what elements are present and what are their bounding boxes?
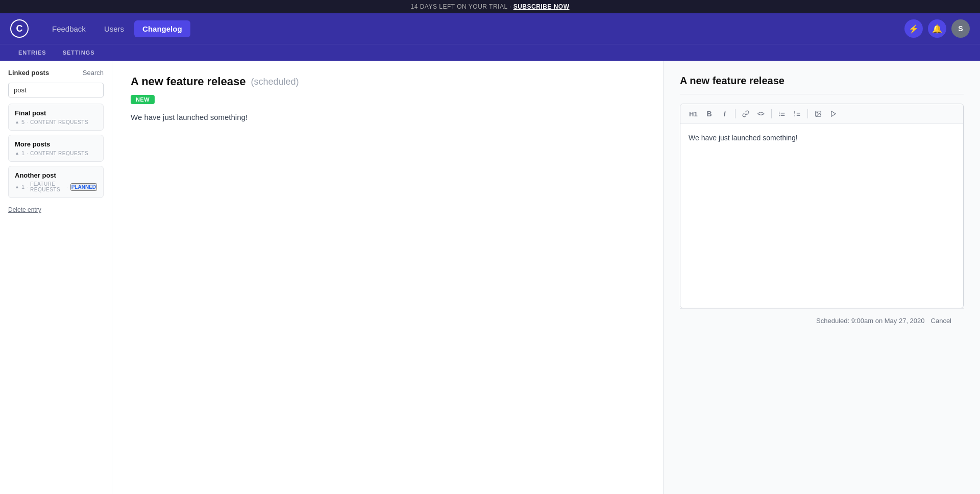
toolbar-h1-button[interactable]: H1 <box>687 109 700 119</box>
bell-icon: 🔔 <box>932 24 942 34</box>
nav-feedback[interactable]: Feedback <box>44 20 94 37</box>
cancel-button[interactable]: Cancel <box>931 317 951 325</box>
entry-title-row: A new feature release (scheduled) <box>131 75 645 88</box>
list-item[interactable]: Final post ▲ 5 · CONTENT REQUESTS <box>8 104 104 131</box>
upvote-icon: ▲ <box>15 119 19 125</box>
upvote-icon: ▲ <box>15 151 19 156</box>
list-item[interactable]: More posts ▲ 1 · CONTENT REQUESTS <box>8 135 104 162</box>
scheduled-info: Scheduled: 9:00am on May 27, 2020 <box>816 317 924 325</box>
trial-banner: 14 DAYS LEFT ON YOUR TRIAL · SUBSCRIBE N… <box>0 0 980 13</box>
scheduled-label: (scheduled) <box>251 77 299 87</box>
nav-links: Feedback Users Changelog <box>44 20 904 37</box>
toolbar-link-button[interactable] <box>740 109 752 119</box>
entry-title-text: A new feature release <box>131 75 246 88</box>
user-avatar[interactable]: S <box>951 19 970 38</box>
sidebar-search-button[interactable]: Search <box>83 69 104 77</box>
svg-point-4 <box>779 113 780 114</box>
toolbar-code-button[interactable]: <> <box>755 109 767 119</box>
post-name: Another post <box>15 171 97 179</box>
list-item[interactable]: Another post ▲ 1 · FEATURE REQUESTS · PL… <box>8 166 104 198</box>
editor-title: A new feature release <box>680 75 964 94</box>
editor-footer: Scheduled: 9:00am on May 27, 2020 Cancel <box>680 308 964 333</box>
nav-users[interactable]: Users <box>96 20 132 37</box>
toolbar-separator <box>735 109 736 118</box>
delete-entry-button[interactable]: Delete entry <box>8 206 41 213</box>
svg-point-5 <box>779 115 780 116</box>
svg-point-13 <box>817 112 818 113</box>
toolbar-video-button[interactable] <box>827 109 840 119</box>
sub-nav-settings[interactable]: SETTINGS <box>55 44 103 61</box>
post-category: FEATURE REQUESTS <box>30 181 64 192</box>
post-meta: ▲ 1 · CONTENT REQUESTS <box>15 150 97 156</box>
toolbar-bullet-list-button[interactable] <box>776 109 788 119</box>
sidebar: Linked posts Search Final post ▲ 5 · CON… <box>0 61 112 494</box>
toolbar-image-button[interactable] <box>812 109 824 119</box>
lightning-icon: ⚡ <box>909 24 919 34</box>
svg-text:3: 3 <box>794 114 795 117</box>
editor-panel: A new feature release H1 B i <> 123 <box>664 61 980 494</box>
sidebar-title: Linked posts <box>8 69 49 77</box>
lightning-icon-button[interactable]: ⚡ <box>904 19 923 38</box>
vote-count: 1 <box>21 150 24 156</box>
status-planned-button[interactable]: PLANNED <box>70 183 97 191</box>
svg-marker-14 <box>831 111 836 117</box>
sidebar-header: Linked posts Search <box>8 69 104 77</box>
sub-nav: ENTRIES SETTINGS <box>0 44 980 61</box>
toolbar-separator-3 <box>807 109 808 118</box>
post-name: More posts <box>15 140 97 148</box>
subscribe-link[interactable]: SUBSCRIBE NOW <box>513 3 570 10</box>
main-layout: Linked posts Search Final post ▲ 5 · CON… <box>0 61 980 494</box>
new-badge: NEW <box>131 95 155 104</box>
post-name: Final post <box>15 109 97 117</box>
toolbar-separator-2 <box>771 109 772 118</box>
post-category: CONTENT REQUESTS <box>30 119 88 125</box>
sub-nav-entries[interactable]: ENTRIES <box>10 44 55 61</box>
toolbar-ordered-list-button[interactable]: 123 <box>791 109 803 119</box>
editor-toolbar: H1 B i <> 123 <box>680 104 963 124</box>
post-category: CONTENT REQUESTS <box>30 151 88 156</box>
post-meta: ▲ 5 · CONTENT REQUESTS <box>15 119 97 125</box>
vote-count: 5 <box>21 119 24 125</box>
editor-body[interactable]: We have just launched something! <box>680 124 963 308</box>
svg-point-3 <box>779 112 780 113</box>
editor-container: H1 B i <> 123 <box>680 104 964 308</box>
toolbar-bold-button[interactable]: B <box>703 108 716 119</box>
post-meta: ▲ 1 · FEATURE REQUESTS · PLANNED <box>15 181 97 192</box>
logo: C <box>10 19 29 38</box>
bell-icon-button[interactable]: 🔔 <box>928 19 946 38</box>
top-nav: C Feedback Users Changelog ⚡ 🔔 S <box>0 13 980 44</box>
entry-body: We have just launched something! <box>131 111 645 124</box>
search-input[interactable] <box>8 83 104 97</box>
nav-changelog[interactable]: Changelog <box>134 20 190 37</box>
center-panel: A new feature release (scheduled) NEW We… <box>112 61 664 494</box>
trial-text: 14 DAYS LEFT ON YOUR TRIAL · <box>410 3 513 10</box>
toolbar-italic-button[interactable]: i <box>719 108 731 119</box>
vote-count: 1 <box>21 184 24 190</box>
nav-right: ⚡ 🔔 S <box>904 19 970 38</box>
upvote-icon: ▲ <box>15 184 19 189</box>
